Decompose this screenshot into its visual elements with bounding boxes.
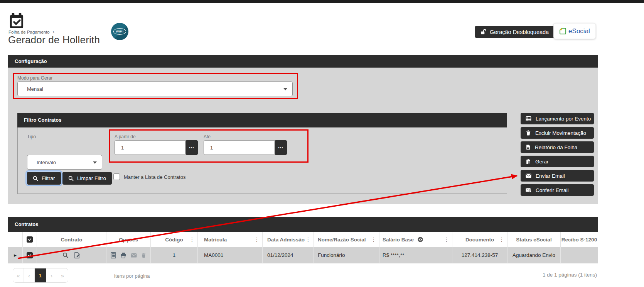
row-opcoes-cell bbox=[106, 247, 151, 263]
table-row[interactable]: ▶ bbox=[8, 247, 598, 263]
column-header-matricula[interactable]: Matricula ⋮ bbox=[198, 232, 263, 247]
view-contract-button[interactable] bbox=[62, 252, 69, 258]
row-checkbox[interactable] bbox=[27, 252, 33, 258]
column-header-salario-base[interactable]: Salário Base ⋮ bbox=[379, 232, 452, 247]
to-field-group: ••• bbox=[204, 140, 287, 155]
column-header-recibo-s1200[interactable]: Recibo S-1200 bbox=[561, 232, 598, 247]
column-header-documento[interactable]: Documento ⋮ bbox=[452, 232, 507, 247]
action-label: Enviar Email bbox=[536, 173, 565, 179]
tipo-select[interactable]: Intervalo bbox=[27, 155, 102, 170]
clipboard-generate-icon bbox=[526, 159, 531, 165]
column-label: Código bbox=[165, 237, 183, 243]
column-menu-icon[interactable]: ⋮ bbox=[189, 236, 195, 243]
tipo-value: Intervalo bbox=[37, 160, 56, 165]
generation-unlocked-button[interactable]: Geração Desbloqueada bbox=[475, 26, 554, 38]
current-page-button[interactable]: 1 bbox=[35, 268, 46, 282]
pagination: « ‹ 1 › » bbox=[13, 268, 68, 283]
calculator-icon bbox=[111, 252, 116, 258]
table-header-row: Contrato Opções Código ⋮ Matricula ⋮ Dat… bbox=[8, 232, 598, 247]
search-icon bbox=[33, 176, 38, 181]
action-label: Gerar bbox=[535, 159, 549, 165]
eye-visibility-icon[interactable] bbox=[417, 236, 423, 243]
page-title: Gerador de Hollerith bbox=[8, 34, 100, 46]
row-status-esocial: Aguardando Envio bbox=[507, 247, 561, 263]
row-nome-razao-social: Funcionário bbox=[314, 247, 379, 263]
conferir-email-button[interactable]: Conferir Email bbox=[521, 184, 594, 196]
relatorio-da-folha-button[interactable]: Relatório da Folha bbox=[521, 141, 594, 153]
row-select-cell bbox=[23, 247, 37, 263]
delete-button[interactable] bbox=[141, 253, 146, 258]
edit-document-icon bbox=[74, 252, 81, 258]
from-label: A partir de bbox=[115, 134, 136, 139]
lock-button-label: Geração Desbloqueada bbox=[490, 29, 549, 35]
lancamento-por-evento-button[interactable]: Lançamento por Evento bbox=[521, 113, 594, 124]
column-menu-icon[interactable]: ⋮ bbox=[444, 236, 449, 243]
first-page-button[interactable]: « bbox=[13, 268, 24, 282]
keep-list-label: Manter a Lista de Contratos bbox=[124, 174, 185, 180]
envelope-icon bbox=[131, 253, 137, 258]
excluir-movimentacao-button[interactable]: Excluir Movimentação bbox=[521, 127, 594, 139]
column-menu-icon[interactable]: ⋮ bbox=[499, 236, 504, 243]
chevron-down-icon bbox=[93, 161, 97, 164]
gerar-button[interactable]: Gerar bbox=[521, 156, 594, 167]
expand-column-header bbox=[8, 232, 23, 247]
column-header-nome-razao-social[interactable]: Nome/Razão Social ⋮ bbox=[314, 232, 379, 247]
row-matricula: MA0001 bbox=[198, 247, 263, 263]
from-picker-button[interactable]: ••• bbox=[185, 140, 198, 155]
column-label: Salário Base bbox=[383, 237, 414, 243]
select-all-checkbox[interactable] bbox=[27, 236, 33, 243]
esocial-button-label: eSocial bbox=[568, 27, 590, 35]
row-salario-base: R$ ****,** bbox=[379, 247, 452, 263]
edit-contract-button[interactable] bbox=[74, 252, 81, 258]
trash-icon bbox=[526, 130, 531, 136]
column-label: Nome/Razão Social bbox=[318, 237, 366, 243]
row-recibo-s1200 bbox=[561, 247, 598, 263]
filtrar-button-label: Filtrar bbox=[42, 175, 55, 181]
trash-icon bbox=[141, 253, 146, 258]
select-all-cell bbox=[23, 232, 37, 247]
last-page-button[interactable]: » bbox=[57, 268, 68, 282]
action-label: Excluir Movimentação bbox=[535, 130, 586, 136]
tipo-label: Tipo bbox=[27, 134, 36, 139]
esocial-button[interactable]: eSocial bbox=[553, 23, 596, 39]
row-codigo: 1 bbox=[151, 247, 198, 263]
column-menu-icon[interactable]: ⋮ bbox=[305, 236, 311, 243]
printer-icon bbox=[120, 252, 126, 258]
wiki-badge[interactable]: WIKI bbox=[111, 23, 128, 40]
modo-para-gerar-value: Mensal bbox=[27, 86, 43, 92]
column-menu-icon[interactable]: ⋮ bbox=[371, 236, 376, 243]
column-header-opcoes[interactable]: Opções bbox=[106, 232, 151, 247]
column-header-status-esocial[interactable]: Status eSocial bbox=[507, 232, 561, 247]
column-header-contrato[interactable]: Contrato bbox=[37, 232, 106, 247]
filtrar-button[interactable]: Filtrar bbox=[27, 172, 61, 185]
to-picker-button[interactable]: ••• bbox=[275, 140, 287, 155]
column-label: Matricula bbox=[204, 237, 227, 243]
row-expand-cell: ▶ bbox=[8, 247, 23, 263]
action-label: Relatório da Folha bbox=[535, 144, 577, 150]
next-page-button[interactable]: › bbox=[46, 268, 57, 282]
limpar-filtro-button-label: Limpar Filtro bbox=[77, 175, 106, 181]
column-menu-icon[interactable]: ⋮ bbox=[254, 236, 260, 243]
search-icon bbox=[62, 252, 69, 258]
row-contrato-cell bbox=[37, 247, 106, 263]
unlock-icon bbox=[480, 29, 486, 35]
search-icon bbox=[68, 176, 74, 181]
enviar-email-button[interactable]: Enviar Email bbox=[521, 170, 594, 182]
keep-list-checkbox[interactable] bbox=[113, 173, 120, 180]
configuration-header: Configuração bbox=[8, 55, 598, 68]
modo-para-gerar-select[interactable]: Mensal bbox=[17, 82, 293, 96]
to-label: Até bbox=[204, 134, 211, 139]
column-header-codigo[interactable]: Código ⋮ bbox=[151, 232, 198, 247]
previous-page-button[interactable]: ‹ bbox=[24, 268, 35, 282]
action-button-stack: Lançamento por Evento Excluir Movimentaç… bbox=[521, 113, 594, 199]
row-data-admissao: 01/12/2024 bbox=[263, 247, 314, 263]
email-button[interactable] bbox=[131, 253, 137, 258]
column-header-data-admissao[interactable]: Data Admissão ⋮ bbox=[263, 232, 314, 247]
wiki-badge-label: WIKI bbox=[113, 28, 126, 35]
modo-para-gerar-label: Modo para Gerar bbox=[17, 75, 52, 81]
limpar-filtro-button[interactable]: Limpar Filtro bbox=[62, 172, 112, 185]
from-field-group: ••• bbox=[115, 140, 198, 155]
print-button[interactable] bbox=[120, 252, 126, 258]
calculator-button[interactable] bbox=[111, 252, 116, 258]
expand-row-icon[interactable]: ▶ bbox=[14, 253, 17, 257]
